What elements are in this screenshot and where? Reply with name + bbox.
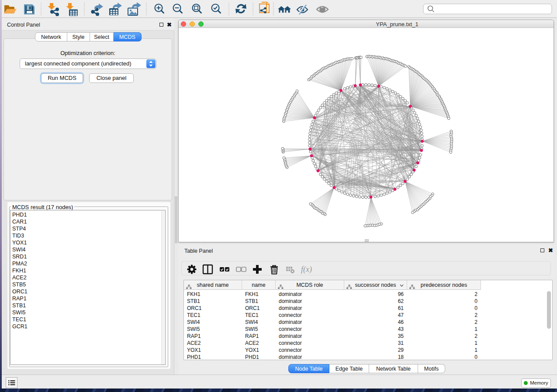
svg-text:f(x): f(x) [301,265,312,274]
